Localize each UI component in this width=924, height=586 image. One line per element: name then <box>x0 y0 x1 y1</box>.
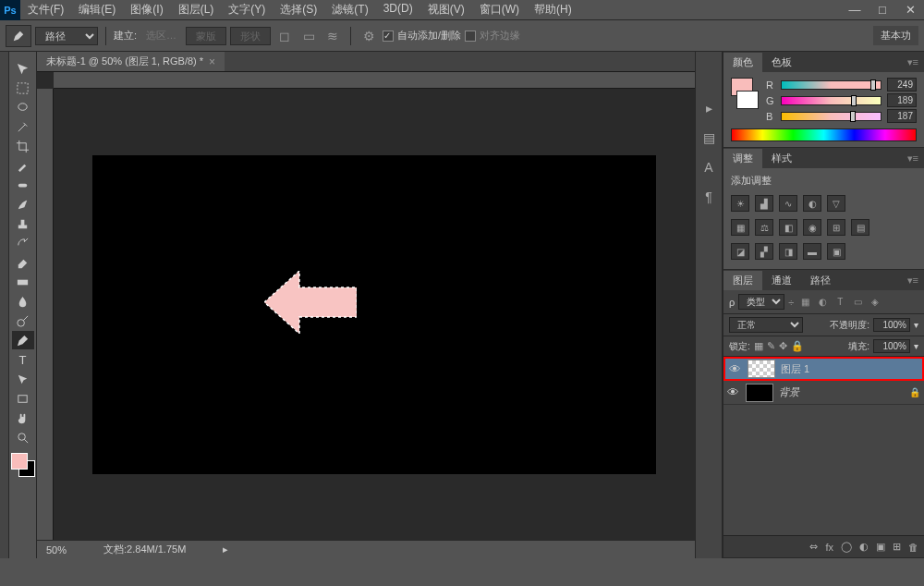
color-preview[interactable] <box>731 78 759 125</box>
panel-menu-icon[interactable]: ▾≡ <box>902 56 924 68</box>
path-op-icon[interactable]: ◻ <box>274 26 295 46</box>
tool-mode-select[interactable]: 路径 <box>35 27 98 45</box>
blend-mode-select[interactable]: 正常 <box>729 317 803 333</box>
tool-preset[interactable] <box>6 25 31 47</box>
lock-trans-icon[interactable]: ▦ <box>754 340 763 352</box>
fg-color-swatch[interactable] <box>11 453 28 470</box>
g-slider[interactable] <box>781 96 881 105</box>
layer-thumbnail[interactable] <box>748 360 775 378</box>
arrange-icon[interactable]: ≋ <box>322 26 343 46</box>
color-swatches[interactable] <box>11 453 35 477</box>
lock-all-icon[interactable]: 🔒 <box>791 340 804 352</box>
posterize-icon[interactable]: ▞ <box>755 243 773 260</box>
zoom-level[interactable]: 50% <box>46 544 67 555</box>
path-select-tool[interactable] <box>12 370 34 388</box>
document-tab[interactable]: 未标题-1 @ 50% (图层 1, RGB/8) * × <box>37 52 225 71</box>
menu-select[interactable]: 选择(S) <box>273 0 324 20</box>
lookup-icon[interactable]: ▤ <box>851 219 869 236</box>
tab-close-icon[interactable]: × <box>209 55 215 68</box>
visibility-icon[interactable]: 👁 <box>729 362 742 376</box>
adjustments-tab[interactable]: 调整 <box>723 149 762 168</box>
layers-tab[interactable]: 图层 <box>723 271 762 290</box>
gradient-map-icon[interactable]: ▬ <box>803 243 821 260</box>
layer-item[interactable]: 👁 图层 1 <box>723 357 924 381</box>
opacity-input[interactable]: 100% <box>873 318 910 332</box>
type-tool[interactable]: T <box>12 350 34 369</box>
heal-tool[interactable] <box>12 176 34 194</box>
brightness-icon[interactable]: ☀ <box>731 195 749 212</box>
canvas[interactable] <box>92 155 656 474</box>
channels-tab[interactable]: 通道 <box>762 271 801 290</box>
invert-icon[interactable]: ◪ <box>731 243 749 260</box>
menu-file[interactable]: 文件(F) <box>20 0 71 20</box>
panel-menu-icon[interactable]: ▾≡ <box>902 153 924 165</box>
menu-image[interactable]: 图像(I) <box>123 0 170 20</box>
menu-window[interactable]: 窗口(W) <box>472 0 527 20</box>
status-arrow-icon[interactable]: ▸ <box>223 543 228 555</box>
workspace-label[interactable]: 基本功 <box>873 26 918 45</box>
swatches-tab[interactable]: 色板 <box>762 53 801 72</box>
selection-btn[interactable]: 选区… <box>140 29 182 43</box>
bw-icon[interactable]: ◧ <box>779 219 797 236</box>
menu-3d[interactable]: 3D(D) <box>376 0 420 20</box>
brush-tool[interactable] <box>12 195 34 214</box>
filter-type-icon[interactable]: T <box>833 296 847 309</box>
visibility-icon[interactable]: 👁 <box>727 385 740 399</box>
align-edges-checkbox[interactable] <box>465 31 476 42</box>
threshold-icon[interactable]: ◨ <box>779 243 797 260</box>
styles-tab[interactable]: 样式 <box>762 149 801 168</box>
paragraph-panel-icon[interactable]: ¶ <box>699 187 719 207</box>
layer-thumbnail[interactable] <box>746 384 773 402</box>
filter-pixel-icon[interactable]: ▦ <box>797 296 812 309</box>
close-button[interactable]: ✕ <box>896 0 924 20</box>
layer-name[interactable]: 图层 1 <box>781 362 809 376</box>
paths-tab[interactable]: 路径 <box>801 271 840 290</box>
rectangle-tool[interactable] <box>12 389 34 408</box>
filter-adjust-icon[interactable]: ◐ <box>815 296 830 309</box>
exposure-icon[interactable]: ◐ <box>803 195 821 212</box>
auto-add-checkbox[interactable] <box>383 31 394 42</box>
pen-tool[interactable] <box>12 331 34 349</box>
character-panel-icon[interactable]: A <box>699 157 719 177</box>
spectrum-ramp[interactable] <box>731 128 917 141</box>
properties-panel-icon[interactable]: ▤ <box>699 128 719 148</box>
hand-tool[interactable] <box>12 409 34 427</box>
layer-name[interactable]: 背景 <box>779 385 799 399</box>
dodge-tool[interactable] <box>12 311 34 330</box>
chevron-down-icon[interactable]: ▾ <box>914 341 918 351</box>
canvas-viewport[interactable] <box>54 89 695 540</box>
layer-filter-select[interactable]: 类型 <box>738 294 784 310</box>
balance-icon[interactable]: ⚖ <box>755 219 773 236</box>
eyedropper-tool[interactable] <box>12 156 34 175</box>
shape-btn[interactable]: 形状 <box>230 27 271 45</box>
gear-icon[interactable]: ⚙ <box>359 26 379 46</box>
fill-input[interactable]: 100% <box>873 339 910 353</box>
filter-smart-icon[interactable]: ◈ <box>868 296 882 309</box>
crop-tool[interactable] <box>12 137 34 155</box>
gradient-tool[interactable] <box>12 273 34 291</box>
tools-collapse-strip[interactable] <box>0 52 9 558</box>
move-tool[interactable] <box>12 59 34 78</box>
history-panel-icon[interactable]: ▸ <box>699 98 719 118</box>
delete-layer-icon[interactable]: 🗑 <box>908 542 918 553</box>
link-layers-icon[interactable]: ⇔ <box>809 541 818 553</box>
maximize-button[interactable]: □ <box>869 0 896 20</box>
r-value[interactable]: 249 <box>887 78 917 92</box>
zoom-tool[interactable] <box>12 428 34 446</box>
layer-mask-icon[interactable]: ◯ <box>841 541 852 553</box>
menu-type[interactable]: 文字(Y) <box>221 0 273 20</box>
new-layer-icon[interactable]: ⊞ <box>893 541 901 553</box>
menu-filter[interactable]: 滤镜(T) <box>324 0 375 20</box>
mask-btn[interactable]: 蒙版 <box>186 27 226 45</box>
curves-icon[interactable]: ∿ <box>779 195 797 212</box>
marquee-tool[interactable] <box>12 79 34 97</box>
lock-position-icon[interactable]: ✥ <box>779 340 787 352</box>
stamp-tool[interactable] <box>12 214 34 233</box>
photo-filter-icon[interactable]: ◉ <box>803 219 821 236</box>
r-slider[interactable] <box>781 80 881 90</box>
panel-menu-icon[interactable]: ▾≡ <box>902 275 924 287</box>
g-value[interactable]: 189 <box>887 93 917 107</box>
menu-edit[interactable]: 编辑(E) <box>71 0 123 20</box>
blur-tool[interactable] <box>12 292 34 311</box>
vibrance-icon[interactable]: ▽ <box>827 195 845 212</box>
